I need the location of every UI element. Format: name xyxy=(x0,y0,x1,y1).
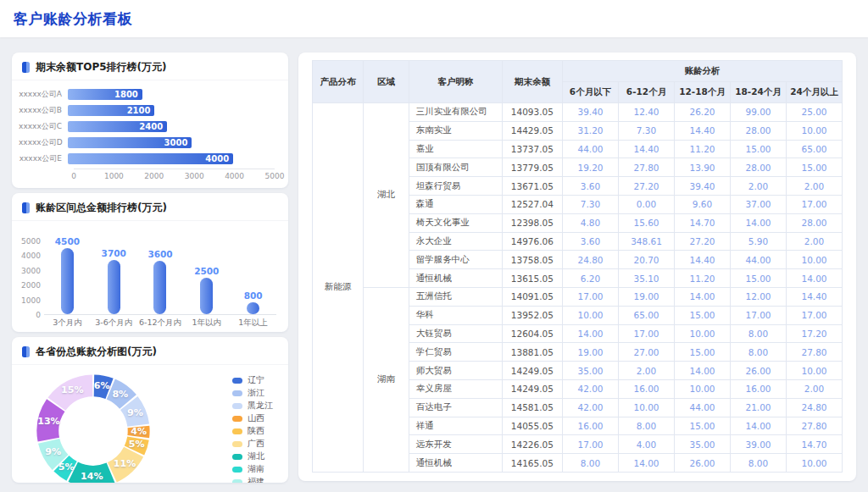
donut-percent-label: 5% xyxy=(58,462,75,473)
aging-value-cell: 10.00 xyxy=(787,121,843,140)
balance-cell: 12398.05 xyxy=(502,213,562,232)
legend-item[interactable]: 福建 xyxy=(232,477,273,483)
table-row: 新能源湖北三川实业有限公司14093.0539.4012.4026.2099.0… xyxy=(313,103,843,122)
col-header-aging: 6-12个月 xyxy=(619,82,675,103)
aging-value-cell: 21.00 xyxy=(731,398,787,417)
aging-value-cell: 28.00 xyxy=(731,158,787,177)
aging-value-cell: 10.00 xyxy=(563,306,619,324)
top5-category-label: xxxxx公司A xyxy=(19,89,68,100)
aging-value-cell: 39.40 xyxy=(563,103,619,122)
aging-value-cell: 17.00 xyxy=(563,435,619,454)
legend-item[interactable]: 黑龙江 xyxy=(232,401,273,412)
donut-percent-label: 11% xyxy=(114,458,136,469)
aging-value-cell: 28.00 xyxy=(731,121,787,140)
top5-x-tick: 5000 xyxy=(265,172,285,180)
donut-percent-label: 15% xyxy=(61,384,84,395)
balance-cell: 14165.05 xyxy=(502,454,562,473)
legend-item[interactable]: 浙江 xyxy=(232,388,273,399)
aging-value-cell: 65.00 xyxy=(619,306,675,324)
aging-value-cell: 44.00 xyxy=(563,140,619,158)
balance-cell: 13881.05 xyxy=(502,343,562,362)
customer-name-cell: 留学服务中心 xyxy=(409,251,502,269)
donut-percent-label: 9% xyxy=(45,446,61,457)
balance-cell: 13671.05 xyxy=(502,177,562,196)
page-title: 客户账龄分析看板 xyxy=(14,9,132,29)
aging-bar-chart: 4500370036002500800 3个月内3-6个月内6-12个月内1年以… xyxy=(19,228,276,331)
balance-cell: 14581.05 xyxy=(502,398,562,417)
aging-y-tick: 4000 xyxy=(19,252,41,260)
aging-value-cell: 24.80 xyxy=(563,251,619,269)
legend-item[interactable]: 广西 xyxy=(232,439,273,450)
legend-item[interactable]: 湖南 xyxy=(232,464,273,475)
donut-percent-label: 6% xyxy=(94,380,110,391)
top5-x-tick: 0 xyxy=(71,172,76,180)
col-header-aging: 24个月以上 xyxy=(787,82,843,103)
legend-item[interactable]: 山西 xyxy=(232,413,273,424)
top5-bar-row: xxxxx公司B2100 xyxy=(19,102,275,119)
top5-bar-chart: xxxxx公司A1800xxxxx公司B2100xxxxx公司C2400xxxx… xyxy=(12,80,288,167)
aging-value-cell: 19.00 xyxy=(563,343,619,362)
aging-value-cell: 8.00 xyxy=(619,417,675,435)
aging-value-cell: 14.40 xyxy=(675,251,731,269)
aging-value-cell: 37.00 xyxy=(731,195,787,213)
legend-label: 广西 xyxy=(248,438,264,450)
aging-value-cell: 7.30 xyxy=(563,195,619,213)
aging-value-cell: 27.00 xyxy=(619,343,675,362)
top5-bar-track: 1800 xyxy=(68,89,275,100)
top5-category-label: xxxxx公司E xyxy=(19,153,68,164)
aging-y-tick: 1000 xyxy=(19,296,41,305)
aging-value-cell: 8.00 xyxy=(731,324,787,343)
top5-bar: 2100 xyxy=(68,105,154,116)
aging-value-cell: 14.00 xyxy=(731,213,787,232)
aging-value-cell: 15.00 xyxy=(675,343,731,362)
table-row: 湖南五洲信托14091.0517.0019.0014.0012.0014.40 xyxy=(313,287,843,306)
legend-item[interactable]: 辽宁 xyxy=(232,375,273,386)
customer-name-cell: 通恒机械 xyxy=(409,269,502,288)
legend-label: 陕西 xyxy=(248,425,264,437)
legend-marker-icon xyxy=(232,428,242,434)
balance-cell: 14249.05 xyxy=(502,379,562,398)
dashboard: 客户账龄分析看板 期末余额TOP5排行榜(万元) xxxxx公司A1800xxx… xyxy=(0,0,868,492)
col-header-balance: 期末余额 xyxy=(502,61,562,103)
aging-y-tick: 0 xyxy=(19,311,41,319)
customer-name-cell: 师大贸易 xyxy=(409,362,502,380)
balance-cell: 12527.04 xyxy=(502,195,562,213)
panel-aging-table: 产品分布 区域 客户明称 期末余额 账龄分析 6个月以下6-12个月12-18个… xyxy=(298,53,856,481)
aging-value-cell: 99.00 xyxy=(731,103,787,122)
aging-value-cell: 14.00 xyxy=(675,362,731,380)
legend-item[interactable]: 陕西 xyxy=(232,426,273,437)
aging-value-cell: 10.00 xyxy=(675,324,731,343)
top5-category-label: xxxxx公司D xyxy=(19,137,68,148)
balance-cell: 13952.05 xyxy=(502,306,562,324)
top5-bar-track: 4000 xyxy=(68,153,275,164)
aging-value-cell: 39.40 xyxy=(675,177,731,196)
legend-item[interactable]: 湖北 xyxy=(232,451,273,462)
top5-bar-row: xxxxx公司A1800 xyxy=(19,86,275,102)
top5-bar-track: 3000 xyxy=(68,137,275,148)
top5-bar: 3000 xyxy=(68,137,192,148)
aging-value-cell: 10.00 xyxy=(787,251,843,269)
aging-value-cell: 25.00 xyxy=(787,103,843,122)
legend-marker-icon xyxy=(232,390,242,396)
panel-aging-ranges: 账龄区间总金额排行榜(万元) 4500370036002500800 3个月内3… xyxy=(12,193,288,332)
donut-percent-label: 5% xyxy=(129,439,145,450)
table-header: 产品分布 区域 客户明称 期末余额 账龄分析 6个月以下6-12个月12-18个… xyxy=(313,61,843,103)
aging-value-cell: 2.00 xyxy=(787,232,843,251)
aging-value-cell: 14.40 xyxy=(675,121,731,140)
aging-value-cell: 5.90 xyxy=(731,232,787,251)
aging-value-cell: 10.00 xyxy=(619,398,675,417)
aging-category-label: 3-6个月内 xyxy=(91,318,137,329)
col-header-customer: 客户明称 xyxy=(409,61,502,103)
aging-value-cell: 26.00 xyxy=(675,454,731,473)
customer-name-cell: 华科 xyxy=(409,306,502,324)
aging-bar-column: 2500 xyxy=(183,266,230,315)
aging-value-cell: 12.40 xyxy=(619,103,675,122)
aging-value-cell: 9.60 xyxy=(675,195,731,213)
legend-marker-icon xyxy=(232,467,242,473)
customer-name-cell: 幸义房屋 xyxy=(409,379,502,398)
top5-bar: 1800 xyxy=(68,89,142,100)
aging-value-cell: 2.00 xyxy=(787,177,843,196)
legend-marker-icon xyxy=(232,378,242,384)
balance-cell: 14093.05 xyxy=(502,103,562,122)
aging-value-cell: 14.00 xyxy=(619,454,675,473)
